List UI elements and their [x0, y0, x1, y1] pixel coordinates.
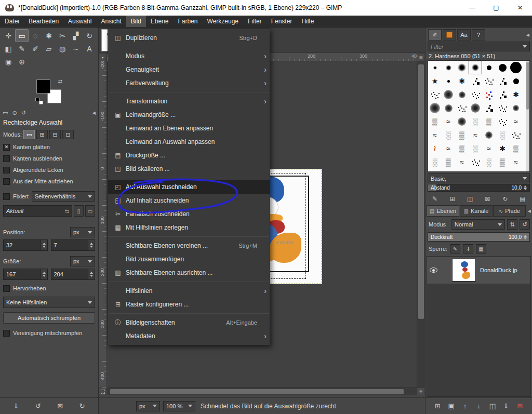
brush-thumbnail[interactable]	[496, 101, 509, 115]
menu-datei[interactable]: Datei	[0, 16, 24, 27]
brush-thumbnail[interactable]: ░	[428, 155, 442, 169]
opacity-slider[interactable]: Deckkraft 100,0	[428, 232, 530, 242]
brush-thumbnail[interactable]	[469, 88, 482, 101]
lower-layer-button[interactable]: ↓	[472, 402, 485, 410]
brush-thumbnail[interactable]: ≈	[428, 128, 442, 142]
brush-thumbnail[interactable]: ▒	[496, 155, 509, 169]
tool-paintbrush[interactable]: ✐	[29, 42, 42, 55]
position-unit-select[interactable]: px	[70, 227, 95, 237]
tool-move[interactable]: ✛	[2, 29, 15, 42]
brush-thumbnail[interactable]: ≈	[469, 128, 482, 142]
tab-fonts[interactable]: Aa	[457, 29, 471, 41]
tool-options-tab-icon[interactable]: ▭	[3, 110, 8, 116]
layer-row[interactable]: DonaldDuck.jp	[427, 257, 530, 284]
menu-item-farbverwaltung[interactable]: Farbverwaltung ›	[108, 76, 270, 90]
new-group-button[interactable]: ▣	[445, 402, 458, 410]
brush-thumbnail[interactable]	[455, 115, 469, 128]
menu-bearbeiten[interactable]: Bearbeiten	[24, 16, 63, 27]
menu-farben[interactable]: Farben	[174, 16, 203, 27]
brush-thumbnail[interactable]: ≈	[442, 115, 455, 128]
menu-item-genauigkeit[interactable]: Genauigkeit ›	[108, 63, 270, 76]
brush-thumbnail[interactable]: ★	[428, 74, 442, 88]
guides-select[interactable]: Keine Hilfslinien	[3, 297, 95, 308]
position-y-stepper[interactable]: 7	[51, 239, 96, 251]
brush-thumbnail[interactable]	[428, 101, 442, 115]
menu-item-bild-zusammenfuegen[interactable]: Bild zusammenfügen	[108, 252, 270, 266]
brush-thumbnail[interactable]	[509, 74, 523, 88]
spinner-arrows-icon[interactable]	[88, 240, 95, 250]
tool-crop[interactable]: ▞	[69, 29, 83, 42]
foreground-color-swatch[interactable]	[36, 79, 50, 94]
brush-thumbnail[interactable]: ▒	[455, 128, 469, 142]
mode-add-button[interactable]: ⊞	[36, 130, 48, 139]
mode-switch-button[interactable]: ⇅	[507, 219, 517, 230]
brush-thumbnail[interactable]: ▒	[509, 142, 523, 155]
brush-thumbnail[interactable]	[455, 101, 469, 115]
brush-thumbnail[interactable]	[469, 155, 482, 169]
menu-item-auf-auswahl-zuschneiden[interactable]: ◰ Auf Auswahl zuschneiden	[108, 180, 270, 194]
brush-thumbnail[interactable]	[442, 88, 455, 101]
brush-group-select[interactable]: Basic,	[428, 173, 530, 183]
brush-thumbnail[interactable]	[469, 101, 482, 115]
portrait-button[interactable]: ▯	[74, 205, 84, 217]
tab-brushes[interactable]: ✐	[428, 29, 442, 41]
duplicate-layer-button[interactable]: ◫	[486, 402, 499, 410]
brush-thumbnail[interactable]	[469, 74, 482, 88]
menu-item-mit-hilfslinien-zerlegen[interactable]: ▦ Mit Hilfslinien zerlegen	[108, 221, 270, 234]
brush-thumbnail[interactable]: ✱	[509, 88, 523, 101]
brush-thumbnail[interactable]	[509, 101, 523, 115]
menu-item-hilfslinien[interactable]: Hilfslinien ›	[108, 284, 270, 298]
brush-thumbnail[interactable]	[482, 128, 496, 142]
mode-replace-button[interactable]: ▭	[23, 130, 35, 139]
brush-thumbnail[interactable]: ≈	[455, 155, 469, 169]
brush-thumbnail[interactable]	[428, 61, 442, 74]
tool-zoom[interactable]: ⊕	[15, 55, 29, 68]
scrollbar-thumb[interactable]	[526, 62, 529, 110]
menu-item-raster-konfigurieren[interactable]: ⊞ Raster konfigurieren ...	[108, 298, 270, 311]
brush-thumbnail[interactable]	[509, 128, 523, 142]
brush-thumbnail[interactable]: ░	[482, 155, 496, 169]
quick-mask-button[interactable]	[99, 388, 107, 395]
tab-ebenen[interactable]: ▤ Ebenen	[427, 205, 459, 217]
brush-thumbnail[interactable]	[496, 88, 509, 101]
dock-menu-icon[interactable]: ◀	[528, 209, 531, 213]
option-abgerundete-ecken[interactable]: Abgerundete Ecken	[3, 166, 63, 174]
brush-thumbnail[interactable]: ▒	[455, 142, 469, 155]
spinner-arrows-icon[interactable]	[524, 235, 527, 239]
layer-link-column[interactable]	[442, 257, 448, 284]
size-width-stepper[interactable]: 167	[3, 269, 48, 280]
default-colors-icon[interactable]	[35, 98, 43, 104]
brush-thumbnail[interactable]	[442, 61, 455, 74]
position-x-stepper[interactable]: 32	[3, 239, 48, 251]
delete-layer-button[interactable]: ⊠	[514, 402, 526, 410]
size-unit-select[interactable]: px	[70, 256, 95, 266]
menu-item-transformation[interactable]: Transformation ›	[108, 95, 270, 108]
tool-scissors-select[interactable]: ✂	[56, 29, 69, 42]
vertical-scrollbar[interactable]	[417, 61, 425, 388]
menu-item-bild-skalieren[interactable]: ◳ Bild skalieren ...	[108, 162, 270, 176]
menu-item-leinwand-an-ebenen[interactable]: Leinwand an Ebenen anpassen	[108, 122, 270, 135]
brush-thumbnail[interactable]	[482, 61, 496, 74]
tool-smudge[interactable]: ∼	[69, 42, 83, 55]
unit-select[interactable]: px	[136, 401, 160, 411]
merge-down-button[interactable]: ⇓	[500, 402, 512, 410]
menu-bild[interactable]: Bild	[126, 16, 146, 27]
vertical-ruler[interactable]: -200 -100 0 100 200 300 400	[99, 61, 107, 388]
landscape-button[interactable]: ▭	[85, 205, 95, 217]
layer-thumbnail[interactable]	[452, 259, 476, 282]
menu-item-metadaten[interactable]: Metadaten ›	[108, 329, 270, 343]
option-hervorheben[interactable]: Hervorheben	[3, 284, 46, 292]
brush-thumbnail[interactable]: ✱	[496, 142, 509, 155]
tab-patterns[interactable]	[443, 29, 456, 41]
menu-item-leinwand-an-auswahl[interactable]: Leinwand an Auswahl anpassen	[108, 135, 270, 149]
visibility-eye-icon[interactable]	[430, 268, 437, 273]
reset-options-button[interactable]: ↻	[76, 402, 88, 410]
lock-position-button[interactable]: ✛	[463, 244, 473, 253]
brush-thumbnail[interactable]	[428, 88, 442, 101]
tool-pencil[interactable]: ✎	[15, 42, 29, 55]
menu-item-sichtbare-ebenen-vereinen[interactable]: Sichtbare Ebenen vereinen ... Strg+M	[108, 239, 270, 252]
brush-thumbnail[interactable]: ▒	[482, 115, 496, 128]
size-height-stepper[interactable]: 204	[51, 269, 96, 280]
brush-thumbnail[interactable]	[482, 74, 496, 88]
new-layer-button[interactable]: ⊞	[431, 402, 444, 410]
